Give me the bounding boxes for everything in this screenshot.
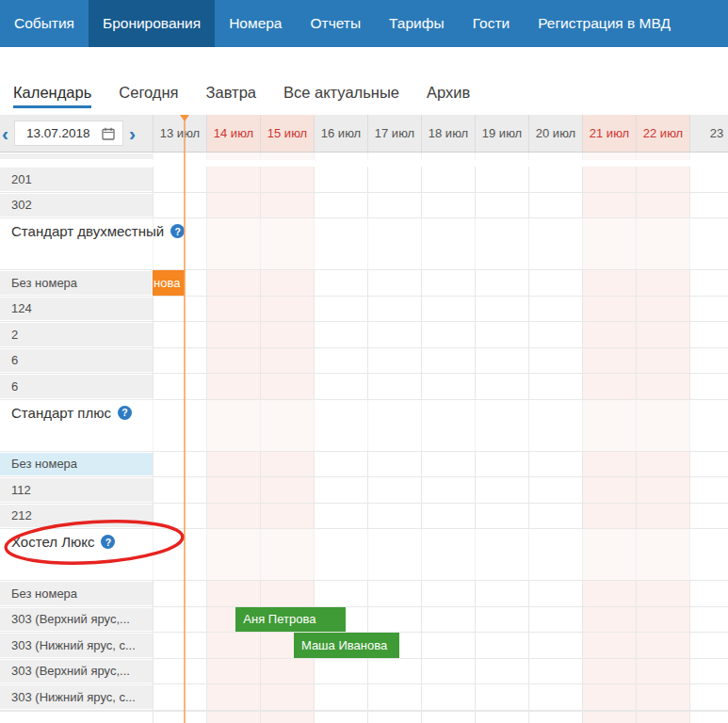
- grid-cell[interactable]: [153, 426, 206, 451]
- grid-cell[interactable]: [475, 374, 528, 399]
- grid-cell[interactable]: [636, 555, 689, 581]
- grid-cell[interactable]: [475, 607, 528, 633]
- grid-cell[interactable]: [314, 297, 367, 322]
- room-label[interactable]: Без номера: [0, 270, 153, 296]
- grid-cell[interactable]: [421, 504, 475, 529]
- grid-cell[interactable]: [367, 218, 421, 245]
- grid-cell[interactable]: [367, 581, 421, 606]
- room-label[interactable]: 6: [0, 348, 153, 374]
- grid-cell[interactable]: [689, 529, 728, 555]
- grid-cell[interactable]: [582, 684, 636, 710]
- grid-cell[interactable]: [475, 712, 528, 723]
- grid-cell[interactable]: [475, 477, 528, 503]
- grid-cell[interactable]: [314, 529, 367, 555]
- grid-cell[interactable]: [260, 529, 314, 555]
- grid-cell[interactable]: [153, 245, 206, 270]
- grid-cell[interactable]: [367, 153, 421, 160]
- grid-cell[interactable]: [475, 193, 528, 218]
- grid-cell[interactable]: [206, 426, 260, 451]
- grid-cell[interactable]: [636, 193, 689, 218]
- grid-cell[interactable]: [206, 297, 260, 322]
- grid-cell[interactable]: [689, 297, 728, 322]
- booking-bar[interactable]: нова: [153, 270, 185, 296]
- grid-cell[interactable]: [421, 218, 475, 245]
- help-icon[interactable]: ?: [101, 535, 115, 549]
- grid-cell[interactable]: [314, 452, 367, 477]
- room-label[interactable]: 2: [0, 322, 153, 347]
- grid-cell[interactable]: [582, 504, 636, 529]
- grid-cell[interactable]: [260, 193, 314, 218]
- grid-cell[interactable]: [636, 400, 689, 426]
- tab-2[interactable]: Сегодня: [119, 78, 178, 113]
- grid-cell[interactable]: [421, 153, 475, 160]
- next-day-button[interactable]: ›: [128, 123, 137, 143]
- grid-cell[interactable]: [314, 153, 367, 160]
- grid-cell[interactable]: [421, 167, 475, 192]
- grid-cell[interactable]: [528, 529, 582, 555]
- grid-cell[interactable]: [421, 374, 475, 399]
- grid-cell[interactable]: [475, 555, 528, 581]
- grid-cell[interactable]: [206, 504, 260, 529]
- grid-cell[interactable]: [689, 426, 728, 451]
- tab-3[interactable]: Завтра: [206, 78, 256, 113]
- grid-cell[interactable]: [314, 270, 367, 296]
- grid-cell[interactable]: [689, 684, 728, 710]
- grid-cell[interactable]: [475, 659, 528, 684]
- grid-cell[interactable]: [367, 529, 421, 555]
- grid-cell[interactable]: [367, 348, 421, 374]
- grid-cell[interactable]: [206, 684, 260, 710]
- grid-cell[interactable]: [421, 555, 475, 581]
- grid-cell[interactable]: [689, 633, 728, 658]
- grid-cell[interactable]: [367, 245, 421, 270]
- grid-cell[interactable]: [314, 193, 367, 218]
- grid-cell[interactable]: [528, 153, 582, 160]
- grid-cell[interactable]: [528, 374, 582, 399]
- room-label[interactable]: 303 (Верхний ярус,...: [0, 607, 153, 633]
- grid-cell[interactable]: [689, 555, 728, 581]
- grid-cell[interactable]: [421, 193, 475, 218]
- grid-cell[interactable]: [260, 153, 314, 160]
- booking-bar[interactable]: Аня Петрова: [235, 607, 346, 633]
- grid-cell[interactable]: [260, 659, 314, 684]
- grid-cell[interactable]: [475, 167, 528, 192]
- room-label[interactable]: 212: [0, 504, 153, 529]
- grid-cell[interactable]: [153, 659, 206, 684]
- grid-cell[interactable]: [528, 712, 582, 723]
- grid-cell[interactable]: [421, 426, 475, 451]
- grid-cell[interactable]: [582, 245, 636, 270]
- grid-cell[interactable]: [528, 607, 582, 633]
- grid-cell[interactable]: [582, 633, 636, 658]
- grid-cell[interactable]: [689, 581, 728, 606]
- grid-cell[interactable]: [421, 322, 475, 347]
- grid-cell[interactable]: [528, 633, 582, 658]
- grid-cell[interactable]: [636, 348, 689, 374]
- grid-cell[interactable]: [582, 555, 636, 581]
- grid-cell[interactable]: [206, 659, 260, 684]
- grid-cell[interactable]: [153, 348, 206, 374]
- grid-cell[interactable]: [314, 218, 367, 245]
- grid-cell[interactable]: [153, 297, 206, 322]
- grid-cell[interactable]: [367, 712, 421, 723]
- grid-cell[interactable]: [475, 270, 528, 296]
- grid-cell[interactable]: [314, 581, 367, 606]
- nav-item-4[interactable]: Отчеты: [297, 0, 376, 47]
- grid-cell[interactable]: [528, 426, 582, 451]
- grid-cell[interactable]: [421, 607, 475, 633]
- grid-cell[interactable]: [636, 684, 689, 710]
- grid-cell[interactable]: [582, 477, 636, 503]
- grid-cell[interactable]: [421, 529, 475, 555]
- grid-cell[interactable]: [367, 167, 421, 192]
- grid-cell[interactable]: [206, 245, 260, 270]
- grid-cell[interactable]: [421, 659, 475, 684]
- grid-cell[interactable]: [153, 504, 206, 529]
- grid-cell[interactable]: [689, 245, 728, 270]
- grid-cell[interactable]: [582, 270, 636, 296]
- grid-cell[interactable]: [421, 581, 475, 606]
- grid-cell[interactable]: [314, 374, 367, 399]
- grid-cell[interactable]: [421, 270, 475, 296]
- tab-4[interactable]: Все актуальные: [283, 78, 399, 113]
- grid-cell[interactable]: [582, 167, 636, 192]
- grid-cell[interactable]: [528, 581, 582, 606]
- grid-cell[interactable]: [475, 245, 528, 270]
- grid-cell[interactable]: [528, 322, 582, 347]
